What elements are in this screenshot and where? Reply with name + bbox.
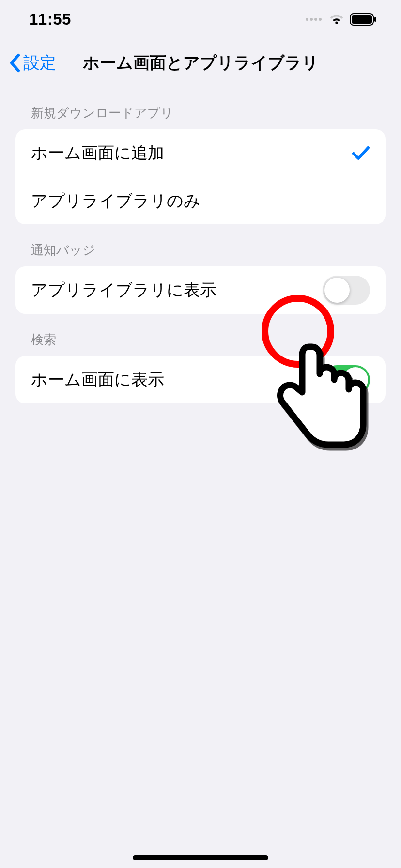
- toggle-show-in-app-library[interactable]: [323, 276, 370, 305]
- status-bar: 11:55: [0, 0, 401, 39]
- section-notification-badges: 通知バッジ アプリライブラリに表示: [0, 242, 401, 314]
- battery-icon: [350, 13, 377, 26]
- group-badges: アプリライブラリに表示: [15, 266, 386, 314]
- option-label: アプリライブラリのみ: [31, 190, 200, 212]
- toggle-show-on-home[interactable]: [323, 365, 370, 394]
- chevron-left-icon: [9, 53, 20, 73]
- status-time: 11:55: [29, 10, 71, 29]
- section-header-downloads: 新規ダウンロードアプリ: [15, 105, 386, 129]
- section-header-search: 検索: [15, 331, 386, 356]
- row-label: アプリライブラリに表示: [31, 279, 216, 301]
- svg-rect-1: [352, 15, 372, 24]
- section-new-downloads: 新規ダウンロードアプリ ホーム画面に追加 アプリライブラリのみ: [0, 105, 401, 224]
- row-label: ホーム画面に表示: [31, 369, 164, 391]
- back-label: 設定: [23, 52, 56, 74]
- option-add-to-home[interactable]: ホーム画面に追加: [15, 129, 386, 177]
- cellular-dots-icon: [306, 18, 322, 21]
- option-app-library-only[interactable]: アプリライブラリのみ: [15, 177, 386, 224]
- status-icons: [306, 13, 377, 26]
- row-show-in-app-library: アプリライブラリに表示: [15, 266, 386, 314]
- group-downloads: ホーム画面に追加 アプリライブラリのみ: [15, 129, 386, 224]
- svg-rect-2: [374, 17, 376, 22]
- option-label: ホーム画面に追加: [31, 142, 164, 164]
- toggle-knob: [324, 278, 350, 303]
- toggle-knob: [343, 367, 368, 392]
- back-button[interactable]: 設定: [9, 52, 56, 74]
- section-search: 検索 ホーム画面に表示: [0, 331, 401, 403]
- home-indicator[interactable]: [133, 855, 268, 860]
- wifi-icon: [328, 14, 345, 25]
- page-title: ホーム画面とアプリライブラリ: [0, 52, 401, 74]
- section-header-badges: 通知バッジ: [15, 242, 386, 266]
- checkmark-icon: [352, 145, 370, 161]
- group-search: ホーム画面に表示: [15, 356, 386, 403]
- row-show-on-home: ホーム画面に表示: [15, 356, 386, 403]
- nav-bar: 設定 ホーム画面とアプリライブラリ: [0, 39, 401, 87]
